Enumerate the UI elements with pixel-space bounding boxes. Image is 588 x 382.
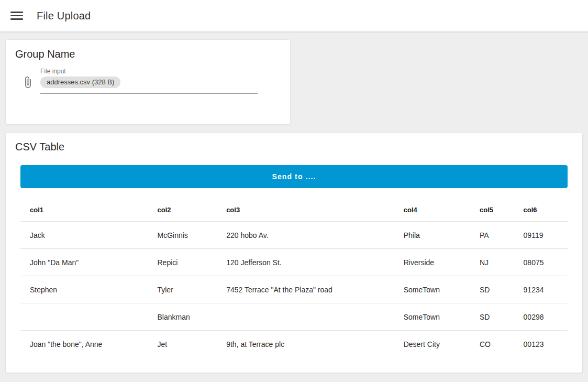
table-cell: SD [470, 276, 514, 303]
table-cell: SomeTown [394, 276, 470, 303]
table-cell: 120 Jefferson St. [217, 249, 394, 276]
table-row: JackMcGinnis220 hobo Av.PhilaPA09119 [20, 222, 568, 249]
table-cell [217, 303, 394, 331]
table-cell: 7452 Terrace "At the Plaza" road [217, 276, 394, 303]
table-cell: 00123 [514, 331, 568, 358]
table-cell: Jack [20, 222, 148, 249]
column-header: col2 [148, 195, 217, 222]
table-row: Joan "the bone", AnneJet9th, at Terrace … [20, 331, 568, 358]
column-header: col1 [20, 195, 148, 222]
table-row: BlankmanSomeTownSD00298 [20, 303, 568, 331]
table-cell: CO [470, 331, 514, 358]
csv-table-wrapper: col1col2col3col4col5col6 JackMcGinnis220… [20, 195, 568, 358]
table-cell: SD [470, 303, 514, 331]
column-header: col6 [514, 195, 568, 222]
file-input-label: File input [40, 68, 258, 75]
table-cell: Blankman [148, 303, 217, 331]
table-row: John "Da Man"Repici120 Jefferson St.Rive… [20, 249, 568, 276]
table-cell [20, 303, 148, 331]
main-content: Group Name File input addresses.csv (328… [0, 32, 588, 373]
table-cell: SomeTown [394, 303, 470, 331]
table-cell: 08075 [514, 249, 568, 276]
paperclip-icon[interactable] [21, 75, 34, 89]
file-chip: addresses.csv (328 B) [40, 77, 120, 88]
table-row: StephenTyler7452 Terrace "At the Plaza" … [20, 276, 568, 303]
table-cell: 9th, at Terrace plc [217, 331, 394, 358]
table-cell: Phila [394, 222, 470, 249]
table-cell: John "Da Man" [20, 249, 148, 276]
group-card-title: Group Name [6, 40, 290, 60]
table-cell: Riverside [394, 249, 470, 276]
table-body: JackMcGinnis220 hobo Av.PhilaPA09119John… [20, 222, 568, 358]
file-input-field[interactable]: File input addresses.csv (328 B) [40, 68, 258, 94]
table-cell: Stephen [20, 276, 148, 303]
hamburger-menu-button[interactable] [10, 9, 23, 22]
table-header-row: col1col2col3col4col5col6 [20, 195, 568, 222]
column-header: col5 [470, 195, 514, 222]
csv-card-title: CSV Table [6, 133, 582, 153]
table-cell: Jet [148, 331, 217, 358]
file-input[interactable]: File input addresses.csv (328 B) [21, 68, 282, 94]
group-name-card: Group Name File input addresses.csv (328… [5, 39, 291, 125]
app-bar: File Upload [0, 0, 588, 32]
table-cell: NJ [470, 249, 514, 276]
table-cell: 91234 [514, 276, 568, 303]
column-header: col3 [217, 195, 394, 222]
table-cell: 220 hobo Av. [217, 222, 394, 249]
table-cell: 00298 [514, 303, 568, 331]
table-cell: McGinnis [148, 222, 217, 249]
table-cell: Desert City [394, 331, 470, 358]
csv-table-card: CSV Table Send to .... col1col2col3col4c… [5, 132, 583, 373]
page-title: File Upload [37, 10, 91, 22]
table-cell: 09119 [514, 222, 568, 249]
csv-table: col1col2col3col4col5col6 JackMcGinnis220… [20, 195, 568, 358]
hamburger-icon [10, 12, 23, 13]
table-cell: Repici [148, 249, 217, 276]
table-cell: Tyler [148, 276, 217, 303]
table-cell: PA [470, 222, 514, 249]
table-cell: Joan "the bone", Anne [20, 331, 148, 358]
send-button[interactable]: Send to .... [20, 165, 568, 188]
column-header: col4 [394, 195, 470, 222]
